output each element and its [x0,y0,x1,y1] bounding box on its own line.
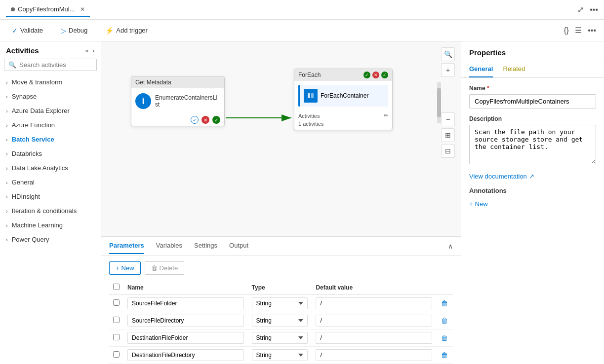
edit-icon[interactable]: ✏ [384,112,388,119]
param-type-select[interactable]: StringIntegerBoolean [252,349,308,361]
param-name-input[interactable] [127,297,244,309]
param-name-input[interactable] [127,349,244,361]
sidebar-item-synapse[interactable]: › Synapse [0,89,101,104]
sidebar-item-label: Azure Function [12,121,55,129]
row-checkbox[interactable] [113,351,120,358]
debug-button[interactable]: ▷ Debug [57,25,91,36]
tab-copyfiles[interactable]: CopyFilesfromMul... ✕ [6,2,90,17]
sidebar-item-machine-learning[interactable]: › Machine Learning [0,218,101,232]
delete-row-btn[interactable]: 🗑 [440,316,449,326]
node-settings-icon[interactable]: ✓ [191,116,199,124]
foreach-error-icon[interactable]: ✕ [372,72,379,78]
sidebar-item-hdinsight[interactable]: › HDInsight [0,189,101,204]
more-options-icon[interactable]: ••• [588,26,596,35]
foreach-complete-icon[interactable]: ✓ [381,72,388,78]
sidebar-item-label: Batch Service [12,136,54,143]
param-default-input[interactable] [316,349,432,361]
sidebar-item-label: HDInsight [12,193,40,200]
props-title: Properties [461,41,604,61]
search-canvas-btn[interactable]: 🔍 [441,47,455,61]
tab-parameters[interactable]: Parameters [109,238,144,254]
param-name-input[interactable] [127,332,244,344]
add-trigger-button[interactable]: ⚡ Add trigger [101,25,152,36]
expand-icon[interactable]: ⤢ [577,5,584,14]
sidebar-item-azure-data-explorer[interactable]: › Azure Data Explorer [0,104,101,118]
param-name-input[interactable] [127,315,244,327]
node-actions: ✓ ✕ ✓ [131,114,224,126]
debug-icon: ▷ [61,27,66,35]
delete-icon: 🗑 [151,264,158,272]
param-default-input[interactable] [316,297,432,309]
param-type-select[interactable]: StringIntegerBoolean [252,297,308,309]
trigger-icon: ⚡ [105,27,114,35]
chevron-icon: › [6,122,8,128]
node-success-icon[interactable]: ✓ [212,116,220,124]
param-type-select[interactable]: StringIntegerBoolean [252,332,308,344]
props-name-field: Name * [469,85,596,109]
list-icon[interactable]: ☰ [575,26,582,35]
tab-settings[interactable]: Settings [194,238,217,254]
delete-parameter-button[interactable]: 🗑 Delete [145,261,185,275]
table-row: StringIntegerBoolean 🗑 [109,347,453,364]
param-default-input[interactable] [316,332,432,344]
row-checkbox[interactable] [113,317,120,323]
props-description-label: Description [469,115,596,122]
sidebar-item-batch-service[interactable]: › Batch Service [0,132,101,146]
collapse-left-icon[interactable]: « [85,47,88,54]
sidebar-item-data-lake-analytics[interactable]: › Data Lake Analytics [0,161,101,175]
search-input[interactable] [19,61,92,69]
props-tab-related[interactable]: Related [503,61,525,77]
code-icon[interactable]: {} [564,26,569,35]
collapse-icon[interactable]: ‹ [93,47,95,54]
sidebar-header-icons: « ‹ [85,47,95,54]
view-documentation-link[interactable]: View documentation ↗ [469,173,596,180]
sidebar-item-label: Synapse [12,93,37,100]
select-all-checkbox[interactable] [113,284,120,290]
sidebar-item-label: Databricks [12,150,42,157]
node-error-icon[interactable]: ✕ [201,116,209,124]
sidebar-item-label: General [12,179,35,186]
sidebar-item-databricks[interactable]: › Databricks [0,146,101,161]
add-annotation-button[interactable]: + New [469,198,488,210]
validate-button[interactable]: ✓ Validate [8,25,47,36]
svg-rect-2 [308,93,310,98]
delete-row-btn[interactable]: 🗑 [440,333,449,343]
collapse-panel-btn[interactable]: ∧ [448,242,453,250]
foreach-success-icon[interactable]: ✓ [363,72,370,78]
zoom-out-btn[interactable]: − [441,112,455,126]
get-metadata-node[interactable]: Get Metadata i EnumerateContainersList ✓… [131,76,225,126]
sidebar-item-move-transform[interactable]: › Move & transform [0,75,101,89]
row-checkbox[interactable] [113,299,120,306]
tab-variables[interactable]: Variables [156,238,182,254]
validate-icon: ✓ [12,27,18,35]
tab-close-icon[interactable]: ✕ [80,6,85,13]
props-name-input[interactable] [469,94,596,109]
sidebar-item-iteration-conditionals[interactable]: › Iteration & conditionals [0,204,101,218]
plus-icon: + [469,200,473,208]
zoom-in-btn[interactable]: + [441,63,455,77]
sidebar-item-azure-function[interactable]: › Azure Function [0,118,101,132]
props-tab-general[interactable]: General [469,61,493,77]
props-description-field: Description Scan the file path on your s… [469,115,596,166]
more-icon[interactable]: ••• [590,5,598,14]
sidebar-item-label: Move & transform [12,78,63,86]
sidebar-item-power-query[interactable]: › Power Query [0,232,101,247]
props-name-label: Name * [469,85,596,92]
props-description-textarea[interactable]: Scan the file path on your source storag… [469,125,596,164]
zoom-thumb [437,88,441,117]
delete-row-btn[interactable]: 🗑 [440,350,449,360]
layout-btn[interactable]: ⊟ [441,144,455,158]
canvas[interactable]: Get Metadata i EnumerateContainersList ✓… [101,41,461,236]
delete-row-btn[interactable]: 🗑 [440,298,449,308]
new-parameter-button[interactable]: + New [109,261,141,275]
foreach-node[interactable]: ForEach ✓ ✕ ✓ [294,69,393,130]
tab-output[interactable]: Output [229,238,248,254]
sidebar-item-general[interactable]: › General [0,175,101,189]
bottom-actions: + New 🗑 Delete [109,261,453,275]
fit-view-btn[interactable]: ⊞ [441,128,455,142]
row-checkbox[interactable] [113,334,120,340]
chevron-icon: › [6,194,8,200]
node-icon: i [135,93,151,109]
param-type-select[interactable]: StringIntegerBoolean [252,315,308,327]
param-default-input[interactable] [316,315,432,327]
